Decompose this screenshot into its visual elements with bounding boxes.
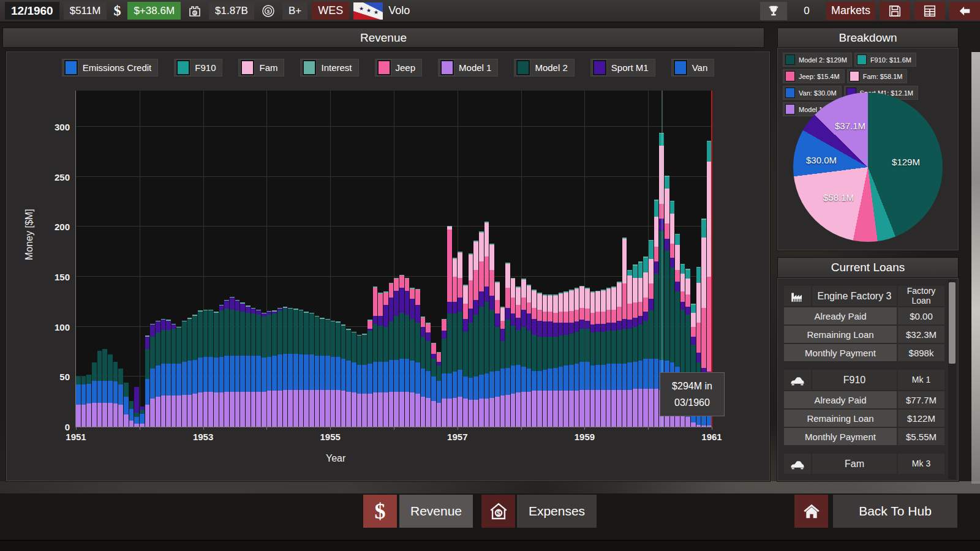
bar-month-108[interactable] bbox=[649, 91, 654, 427]
bar-month-96[interactable] bbox=[585, 91, 590, 427]
legend-item-jeep[interactable]: Jeep bbox=[375, 59, 423, 77]
bar-month-32[interactable] bbox=[246, 91, 251, 427]
bar-month-54[interactable] bbox=[362, 91, 367, 427]
expenses-tab-icon-button[interactable]: $ bbox=[481, 495, 515, 528]
bar-month-25[interactable] bbox=[208, 91, 213, 427]
bar-month-83[interactable] bbox=[516, 91, 521, 427]
bar-month-14[interactable] bbox=[150, 91, 155, 427]
bar-month-49[interactable] bbox=[336, 91, 341, 427]
bar-month-4[interactable] bbox=[97, 91, 102, 427]
bar-month-79[interactable] bbox=[495, 91, 500, 427]
bar-month-102[interactable] bbox=[617, 91, 622, 427]
breakdown-legend-item-model-2[interactable]: Model 2: $129M bbox=[783, 53, 852, 67]
legend-item-fam[interactable]: Fam bbox=[238, 59, 284, 77]
bar-month-13[interactable] bbox=[145, 91, 150, 427]
bar-month-104[interactable] bbox=[627, 91, 632, 427]
bar-month-38[interactable] bbox=[277, 91, 282, 427]
bar-month-22[interactable] bbox=[192, 91, 197, 427]
bar-month-90[interactable] bbox=[553, 91, 558, 427]
bar-month-70[interactable] bbox=[447, 91, 452, 427]
reports-button[interactable] bbox=[914, 2, 945, 20]
bar-month-98[interactable] bbox=[595, 91, 600, 427]
bar-month-80[interactable] bbox=[500, 91, 505, 427]
bar-month-28[interactable] bbox=[224, 91, 229, 427]
legend-item-model-2[interactable]: Model 2 bbox=[514, 59, 574, 77]
bar-month-7[interactable] bbox=[113, 91, 118, 427]
bar-month-11[interactable] bbox=[134, 91, 139, 427]
bar-month-31[interactable] bbox=[240, 91, 245, 427]
bar-month-36[interactable] bbox=[267, 91, 272, 427]
back-arrow-button[interactable] bbox=[949, 2, 980, 20]
bar-month-105[interactable] bbox=[633, 91, 638, 427]
breakdown-legend-item-f910[interactable]: F910: $11.6M bbox=[854, 53, 916, 67]
bar-month-60[interactable] bbox=[394, 91, 399, 427]
bar-month-71[interactable] bbox=[453, 91, 458, 427]
legend-item-sport-m1[interactable]: Sport M1 bbox=[590, 59, 655, 77]
bar-month-24[interactable] bbox=[203, 91, 208, 427]
bar-month-73[interactable] bbox=[463, 91, 468, 427]
bar-month-64[interactable] bbox=[415, 91, 420, 427]
bar-month-101[interactable] bbox=[611, 91, 616, 427]
bar-month-66[interactable] bbox=[426, 91, 431, 427]
bar-month-72[interactable] bbox=[458, 91, 462, 427]
bar-month-20[interactable] bbox=[182, 91, 187, 427]
bar-month-44[interactable] bbox=[309, 91, 314, 427]
bar-month-17[interactable] bbox=[166, 91, 171, 427]
bar-month-76[interactable] bbox=[479, 91, 484, 427]
bar-month-74[interactable] bbox=[469, 91, 473, 427]
bar-month-93[interactable] bbox=[569, 91, 574, 427]
bar-month-39[interactable] bbox=[283, 91, 288, 427]
legend-item-emissions-credit[interactable]: Emissions Credit bbox=[62, 59, 159, 77]
bar-month-16[interactable] bbox=[161, 91, 166, 427]
bar-month-23[interactable] bbox=[198, 91, 203, 427]
bar-month-100[interactable] bbox=[606, 91, 611, 427]
bar-month-84[interactable] bbox=[521, 91, 526, 427]
bar-month-3[interactable] bbox=[92, 91, 97, 427]
bar-month-55[interactable] bbox=[368, 91, 372, 427]
trophy-button[interactable] bbox=[760, 2, 787, 20]
bar-month-30[interactable] bbox=[235, 91, 240, 427]
bar-month-58[interactable] bbox=[383, 91, 388, 427]
bar-month-67[interactable] bbox=[431, 91, 436, 427]
bar-month-40[interactable] bbox=[288, 91, 293, 427]
bar-month-21[interactable] bbox=[187, 91, 192, 427]
bar-month-65[interactable] bbox=[421, 91, 426, 427]
bar-month-53[interactable] bbox=[357, 91, 362, 427]
bar-month-33[interactable] bbox=[251, 91, 256, 427]
bar-month-63[interactable] bbox=[410, 91, 415, 427]
bar-month-85[interactable] bbox=[527, 91, 532, 427]
bar-month-86[interactable] bbox=[532, 91, 537, 427]
legend-item-interest[interactable]: Interest bbox=[300, 59, 358, 77]
bar-month-103[interactable] bbox=[622, 91, 627, 427]
bar-month-87[interactable] bbox=[537, 91, 542, 427]
breakdown-legend-item-jeep[interactable]: Jeep: $15.4M bbox=[783, 69, 845, 83]
bar-month-43[interactable] bbox=[304, 91, 309, 427]
bar-month-8[interactable] bbox=[118, 91, 123, 427]
bar-month-91[interactable] bbox=[559, 91, 564, 427]
save-button[interactable] bbox=[880, 2, 910, 20]
bar-month-56[interactable] bbox=[373, 91, 378, 427]
bar-month-37[interactable] bbox=[272, 91, 277, 427]
bar-month-82[interactable] bbox=[511, 91, 516, 427]
breakdown-legend-item-van[interactable]: Van: $30.0M bbox=[783, 86, 842, 100]
bar-month-52[interactable] bbox=[352, 91, 356, 427]
bar-month-88[interactable] bbox=[543, 91, 548, 427]
bar-month-61[interactable] bbox=[399, 91, 404, 427]
bar-month-99[interactable] bbox=[601, 91, 606, 427]
bar-month-34[interactable] bbox=[256, 91, 261, 427]
bar-month-5[interactable] bbox=[102, 91, 107, 427]
loans-scrollbar[interactable] bbox=[948, 280, 956, 479]
bar-month-75[interactable] bbox=[473, 91, 478, 427]
bar-month-46[interactable] bbox=[320, 91, 325, 427]
legend-item-f910[interactable]: F910 bbox=[174, 59, 222, 77]
back-to-hub-icon-button[interactable] bbox=[794, 495, 828, 528]
bar-month-9[interactable] bbox=[124, 91, 129, 427]
bar-month-92[interactable] bbox=[564, 91, 568, 427]
bar-month-106[interactable] bbox=[638, 91, 643, 427]
bar-month-81[interactable] bbox=[505, 91, 510, 427]
bar-month-109[interactable] bbox=[654, 91, 659, 427]
bar-month-51[interactable] bbox=[346, 91, 351, 427]
revenue-tab-icon-button[interactable]: $ bbox=[363, 495, 397, 528]
revenue-tab-button[interactable]: Revenue bbox=[399, 495, 473, 528]
bar-month-48[interactable] bbox=[331, 91, 336, 427]
